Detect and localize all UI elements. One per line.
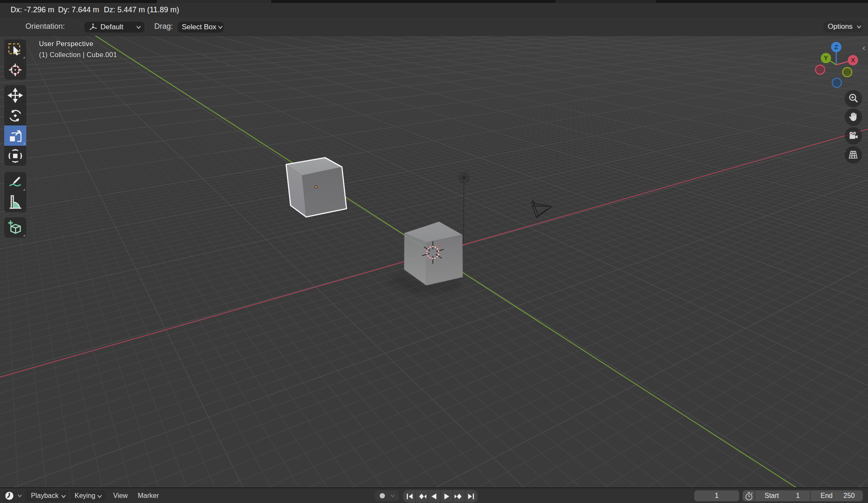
svg-text:X: X	[851, 57, 855, 64]
svg-text:Y: Y	[824, 55, 828, 61]
svg-text:Z: Z	[835, 44, 838, 50]
